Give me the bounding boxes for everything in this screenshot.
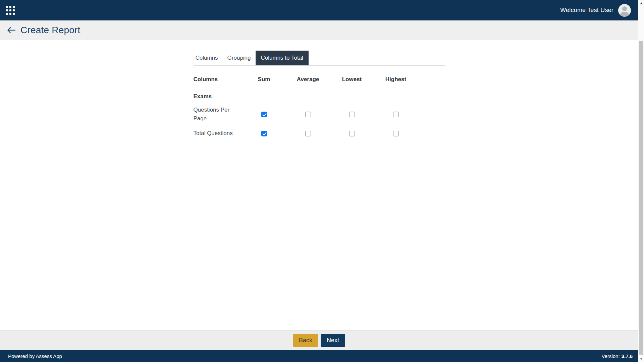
checkbox-total-questions-highest[interactable] — [393, 131, 399, 136]
checkbox-questions-per-page-highest[interactable] — [393, 112, 399, 117]
version-text: Version: 3.7.6 — [601, 353, 633, 359]
checkbox-questions-per-page-average[interactable] — [305, 112, 311, 117]
vertical-scrollbar[interactable] — [638, 0, 644, 362]
header-sum: Sum — [242, 76, 286, 83]
arrow-left-icon[interactable] — [7, 26, 16, 34]
avatar-head-shape — [622, 6, 627, 11]
header-average: Average — [286, 76, 330, 83]
welcome-text: Welcome Test User — [560, 7, 613, 14]
table-header-row: Columns Sum Average Lowest Highest — [194, 75, 426, 88]
tab-grouping[interactable]: Grouping — [223, 51, 256, 65]
scroll-up-arrow-icon[interactable] — [640, 2, 643, 4]
checkbox-total-questions-lowest[interactable] — [349, 131, 355, 136]
back-button[interactable]: Back — [293, 334, 318, 347]
page-title: Create Report — [20, 25, 80, 36]
row-label: Total Questions — [194, 129, 242, 138]
top-navbar: Welcome Test User — [0, 0, 638, 20]
header-lowest: Lowest — [330, 76, 374, 83]
row-label: Questions Per Page — [194, 106, 242, 123]
user-avatar-icon[interactable] — [618, 4, 631, 17]
columns-to-total-table: Columns Sum Average Lowest Highest Exams… — [194, 75, 426, 141]
version-label: Version: — [601, 353, 620, 359]
table-row: Total Questions — [194, 126, 426, 141]
tab-columns[interactable]: Columns — [194, 51, 223, 65]
powered-by-text: Powered by Assess App — [8, 353, 62, 359]
user-menu[interactable]: Welcome Test User — [560, 4, 631, 17]
tab-bar: Columns Grouping Columns to Total — [194, 51, 445, 66]
header-highest: Highest — [374, 76, 418, 83]
status-bar: Powered by Assess App Version: 3.7.6 — [0, 350, 638, 362]
apps-grid-icon[interactable] — [6, 6, 15, 15]
action-bar: Back Next — [0, 330, 638, 350]
tab-columns-to-total[interactable]: Columns to Total — [256, 51, 309, 65]
main-content: Columns Grouping Columns to Total Column… — [0, 40, 638, 330]
avatar-body-shape — [620, 12, 629, 17]
table-row: Questions Per Page — [194, 103, 426, 126]
checkbox-questions-per-page-lowest[interactable] — [349, 112, 355, 117]
header-columns: Columns — [194, 76, 242, 83]
scroll-down-arrow-icon[interactable] — [640, 358, 643, 360]
version-value: 3.7.6 — [622, 353, 633, 359]
checkbox-total-questions-average[interactable] — [305, 131, 311, 136]
page-header: Create Report — [0, 20, 638, 40]
group-row-exams: Exams — [194, 88, 426, 103]
checkbox-total-questions-sum[interactable] — [261, 131, 267, 136]
next-button[interactable]: Next — [321, 334, 345, 347]
scrollbar-thumb[interactable] — [639, 41, 643, 355]
app-window: Welcome Test User Create Report Columns … — [0, 0, 638, 362]
report-panel: Columns Grouping Columns to Total Column… — [194, 40, 445, 141]
checkbox-questions-per-page-sum[interactable] — [261, 112, 267, 117]
